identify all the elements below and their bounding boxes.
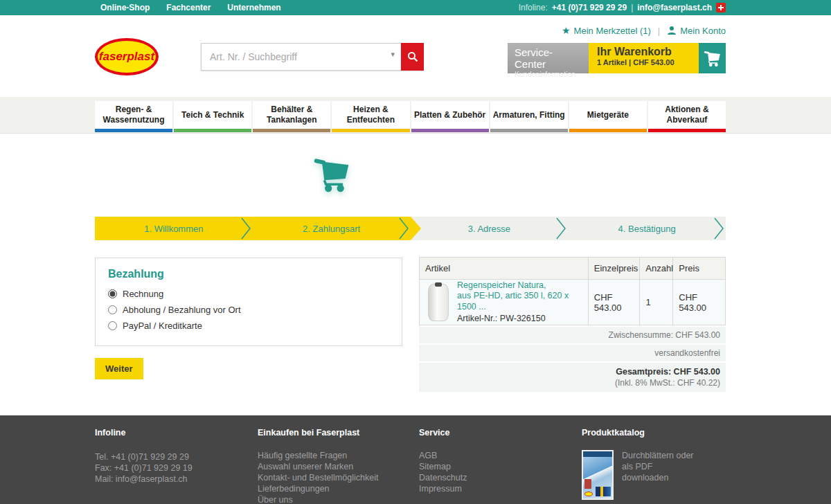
checkout-steps: 1. Willkommen 2. Zahlungsart 3. Adresse … [95, 217, 726, 240]
infoline-phone: +41 (0)71 929 29 29 [552, 3, 627, 12]
chevron-right-icon [398, 217, 409, 240]
nav-item-aktionen-abverkauf[interactable]: Aktionen & Abverkauf [648, 101, 726, 132]
product-link-line2[interactable]: aus PE-HD, artic 350 l, 620 x 1500 ... [457, 291, 582, 312]
footer-tel: Tel. +41 (0)71 929 29 29 [95, 452, 189, 462]
search-icon [407, 51, 418, 62]
cart-icon [704, 49, 722, 67]
cart-item-row: Regenspeicher Natura, aus PE-HD, artic 3… [419, 280, 726, 325]
vat-note: (Inkl. 8% MwSt.: CHF 40.22) [425, 378, 720, 388]
warenkorb-subtitle: 1 Artikel | CHF 543.00 [597, 58, 690, 66]
nav-item-platten-zubehoer[interactable]: Platten & Zubehör [411, 101, 489, 132]
weiter-button[interactable]: Weiter [95, 358, 143, 379]
top-link-online-shop[interactable]: Online-Shop [100, 3, 150, 12]
nav-item-behaelter-tankanlagen[interactable]: Behälter & Tankanlagen [253, 101, 330, 132]
payment-box: Bezahlung Rechnung Abholung / Bezahlung … [95, 258, 402, 346]
catalog-link-line3[interactable]: downloaden [622, 472, 694, 483]
footer-link-impressum[interactable]: Impressum [419, 483, 467, 494]
user-icon [667, 26, 677, 35]
checkout-page: Online-Shop Fachcenter Unternehmen Infol… [0, 0, 831, 504]
grand-total-row: Gesamtpreis: CHF 543.00 (Inkl. 8% MwSt.:… [419, 363, 726, 392]
payment-title: Bezahlung [108, 268, 389, 280]
main-navigation: Regen- & Wassernutzung Teich & Technik B… [0, 97, 831, 134]
nav-item-label: Regen- & Wassernutzung [95, 105, 172, 125]
payment-option-label: Abholung / Bezahlung vor Ort [123, 305, 241, 315]
top-link-fachcenter[interactable]: Fachcenter [166, 3, 211, 12]
step-label: 3. Adresse [468, 224, 510, 234]
nav-item-heizen-entfeuchten[interactable]: Heizen & Entfeuchten [332, 101, 409, 132]
nav-item-label: Platten & Zubehör [411, 110, 488, 120]
checkout-cart-illustration [313, 152, 352, 195]
cart-icon-button[interactable] [699, 43, 726, 73]
footer-col-title: Einkaufen bei Faserplast [258, 428, 378, 438]
footer-mail-link[interactable]: Mail: info@faserplast.ch [95, 474, 193, 485]
footer-col-produktkatalog: Produktkatalog Durchblättern oder als PD… [582, 428, 694, 500]
chevron-right-icon [240, 217, 251, 240]
infoline-label: Infoline: [519, 3, 548, 12]
step-adresse[interactable]: 3. Adresse [411, 217, 569, 240]
footer-link-kontakt[interactable]: Kontakt- und Bestellmöglichkeit [258, 472, 378, 483]
radio-rechnung[interactable] [108, 289, 117, 298]
nav-item-label: Mietgeräte [584, 110, 632, 120]
footer-col-infoline: Infoline Tel. +41 (0)71 929 29 29 Fax: +… [95, 428, 193, 485]
step-label: 2. Zahlungsart [303, 224, 360, 234]
catalog-thumbnail[interactable] [582, 450, 614, 500]
shipping-row: versandkostenfrei [419, 345, 726, 361]
step-label: 4. Bestätigung [618, 224, 676, 234]
payment-option-rechnung[interactable]: Rechnung [108, 289, 389, 299]
footer-link-lieferbedingungen[interactable]: Lieferbedingungen [258, 483, 378, 494]
footer-col-service: Service AGB Sitemap Datenschutz Impressu… [419, 428, 467, 494]
service-center-subtitle: Kundeninformation [515, 70, 582, 78]
star-icon: ★ [562, 25, 571, 36]
account-separator: | [658, 26, 660, 36]
nav-item-mietgeraete[interactable]: Mietgeräte [569, 101, 647, 132]
footer-link-marken[interactable]: Auswahl unserer Marken [258, 461, 378, 472]
cell-anzahl: 1 [640, 280, 673, 325]
merkzettel-link[interactable]: ★ Mein Merkzettel (1) [562, 25, 651, 36]
mein-konto-link[interactable]: Mein Konto [667, 26, 726, 36]
search-button[interactable] [401, 43, 424, 71]
catalog-link-line2[interactable]: als PDF [622, 461, 694, 472]
step-zahlungsart[interactable]: 2. Zahlungsart [253, 217, 411, 240]
big-cart-icon [313, 152, 352, 195]
logo-text: faserplast [99, 50, 154, 64]
header-buttons: Service-Center Kundeninformation Ihr War… [508, 43, 726, 73]
cell-preis: CHF 543.00 [673, 280, 725, 325]
top-link-unternehmen[interactable]: Unternehmen [227, 3, 280, 12]
radio-abholung[interactable] [108, 305, 117, 314]
step-label: 1. Willkommen [144, 224, 203, 234]
header: faserplast ▾ ★ Mein Merkzettel (1) | [0, 15, 831, 97]
top-bar: Online-Shop Fachcenter Unternehmen Infol… [0, 0, 831, 15]
warenkorb-button[interactable]: Ihr Warenkorb 1 Artikel | CHF 543.00 [589, 43, 699, 73]
step-willkommen[interactable]: 1. Willkommen [95, 217, 253, 240]
faserplast-logo[interactable]: faserplast [95, 38, 159, 75]
payment-option-label: Rechnung [123, 289, 163, 299]
footer-link-ueber-uns[interactable]: Über uns [258, 494, 378, 504]
step-arrow-shape [411, 217, 421, 240]
nav-item-armaturen-fitting[interactable]: Armaturen, Fitting [490, 101, 568, 132]
warenkorb-title: Ihr Warenkorb [597, 46, 690, 58]
catalog-link-line1[interactable]: Durchblättern oder [622, 450, 694, 461]
merkzettel-label: Mein Merkzettel (1) [574, 26, 651, 36]
footer-link-agb[interactable]: AGB [419, 450, 467, 461]
footer-link-faq[interactable]: Häufig gestellte Fragen [258, 450, 378, 461]
payment-option-paypal[interactable]: PayPal / Kreditkarte [108, 321, 389, 331]
nav-item-label: Aktionen & Abverkauf [648, 105, 726, 125]
radio-paypal[interactable] [108, 321, 117, 330]
chevron-right-icon [555, 217, 566, 240]
product-thumbnail [428, 284, 449, 321]
service-center-button[interactable]: Service-Center Kundeninformation [508, 43, 589, 73]
footer-link-sitemap[interactable]: Sitemap [419, 461, 467, 472]
product-link-line1[interactable]: Regenspeicher Natura, [457, 280, 582, 291]
infoline-email[interactable]: info@faserplast.ch [637, 3, 712, 12]
search-input[interactable] [201, 43, 401, 71]
col-header-einzelpreis: Einzelpreis [589, 258, 641, 279]
footer-fax: Fax: +41 (0)71 929 29 19 [95, 462, 193, 474]
nav-item-label: Teich & Technik [179, 110, 247, 120]
nav-item-regen-wassernutzung[interactable]: Regen- & Wassernutzung [95, 101, 172, 132]
cart-table-header: Artikel Einzelpreis Anzahl Preis [419, 257, 726, 280]
payment-option-abholung[interactable]: Abholung / Bezahlung vor Ort [108, 305, 389, 315]
nav-item-teich-technik[interactable]: Teich & Technik [174, 101, 251, 132]
footer-link-datenschutz[interactable]: Datenschutz [419, 472, 467, 483]
step-bestaetigung[interactable]: 4. Bestätigung [568, 217, 726, 240]
footer-col-title: Infoline [95, 428, 193, 438]
